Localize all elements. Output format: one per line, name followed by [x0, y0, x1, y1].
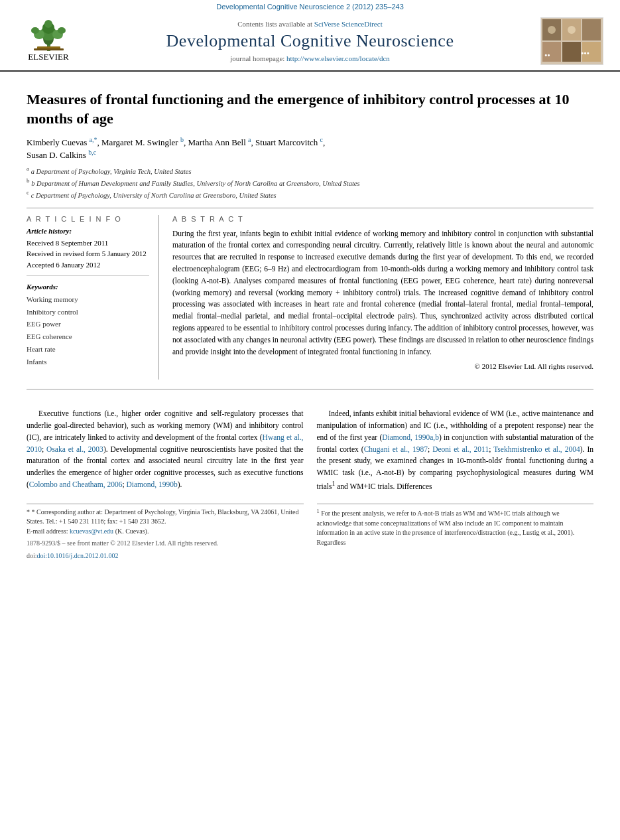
ref-tsekhmistrenko[interactable]: Tsekhmistrenko et al., 2004 — [493, 445, 580, 453]
article-info-label: A R T I C L E I N F O — [27, 215, 149, 223]
journal-title: Developmental Cognitive Neuroscience — [85, 31, 535, 51]
divider-1 — [27, 208, 593, 208]
body-section: Executive functions (i.e., higher order … — [0, 408, 620, 498]
svg-point-8 — [58, 27, 66, 34]
svg-rect-10 — [34, 48, 64, 50]
keyword-working-memory: Working memory — [27, 293, 149, 306]
journal-header: ELSEVIER Contents lists available at Sci… — [0, 12, 620, 72]
affil-b: b Department of Human Development and Fa… — [31, 180, 359, 187]
svg-point-4 — [44, 20, 52, 28]
ref-osaka[interactable]: Osaka et al., 2003 — [46, 445, 103, 453]
abstract-column: A B S T R A C T During the first year, i… — [172, 215, 593, 380]
ref-chugani[interactable]: Chugani et al., 1987 — [364, 445, 428, 453]
keyword-heart-rate: Heart rate — [27, 343, 149, 356]
footnote-email-label: E-mail address: — [27, 527, 68, 535]
homepage-line: journal homepage: http://www.elsevier.co… — [85, 54, 535, 62]
journal-center-info: Contents lists available at SciVerse Sci… — [85, 20, 535, 62]
svg-text:●●: ●● — [544, 52, 550, 57]
footnotes-area: * * Corresponding author at: Department … — [0, 498, 620, 561]
ref-diamond1990ab[interactable]: Diamond, 1990a,b — [382, 433, 439, 441]
elsevier-logo-area: ELSEVIER — [12, 20, 85, 62]
keyword-infants: Infants — [27, 356, 149, 368]
footnote-corresponding-text: * Corresponding author at: Department of… — [27, 508, 299, 525]
ref-diamond1990b[interactable]: Diamond, 1990b — [126, 480, 177, 488]
svg-point-19 — [568, 26, 576, 34]
keywords-list: Working memory Inhibitory control EEG po… — [27, 293, 149, 368]
affil-a: a Department of Psychology, Virginia Tec… — [31, 167, 192, 175]
footnote-col-right: 1 For the present analysis, we refer to … — [317, 504, 594, 561]
ref-deoni[interactable]: Deoni et al., 2011 — [432, 445, 489, 453]
svg-point-7 — [31, 27, 39, 34]
journal-cover-image: ●●● ●● — [540, 17, 603, 65]
svg-point-18 — [548, 26, 556, 34]
history-heading: Article history: — [27, 227, 149, 235]
body-column-1: Executive functions (i.e., higher order … — [27, 408, 304, 498]
footnote-email-line: E-mail address: kcuevas@vt.edu (K. Cueva… — [27, 527, 304, 537]
footnote-1-number: 1 — [317, 508, 320, 514]
affil-c: c Department of Psychology, University o… — [31, 192, 277, 199]
svg-rect-16 — [562, 42, 581, 62]
doi-line: doi:doi:10.1016/j.dcn.2012.01.002 — [27, 551, 304, 561]
received-revised-date: Received in revised form 5 January 2012 — [27, 248, 149, 259]
body-paragraph-2: Indeed, infants exhibit initial behavior… — [317, 408, 594, 493]
footnote-1-text: 1 For the present analysis, we refer to … — [317, 508, 594, 547]
keywords-heading: Keywords: — [27, 283, 149, 291]
article-body: Measures of frontal functioning and the … — [0, 72, 620, 403]
article-info-abstract: A R T I C L E I N F O Article history: R… — [27, 215, 593, 380]
homepage-label: journal homepage: — [230, 54, 284, 62]
footnote-star-symbol: * — [27, 508, 30, 516]
keyword-eeg-power: EEG power — [27, 318, 149, 330]
abstract-text: During the first year, infants begin to … — [172, 228, 593, 358]
contents-text: Contents lists available at — [237, 20, 312, 28]
article-history-block: Article history: Received 8 September 20… — [27, 227, 149, 277]
ref-colombo[interactable]: Colombo and Cheatham, 2006 — [29, 480, 123, 488]
footnote-email-link[interactable]: kcuevas@vt.edu — [70, 527, 113, 535]
keywords-block: Keywords: Working memory Inhibitory cont… — [27, 283, 149, 373]
body-paragraph-1: Executive functions (i.e., higher order … — [27, 408, 304, 491]
contents-line: Contents lists available at SciVerse Sci… — [85, 20, 535, 28]
homepage-url[interactable]: http://www.elsevier.com/locate/dcn — [286, 54, 390, 62]
affiliations: a a Department of Psychology, Virginia T… — [27, 165, 593, 201]
divider-2 — [27, 389, 593, 389]
footnote-1-content: For the present analysis, we refer to A-… — [317, 510, 575, 546]
svg-text:●●●: ●●● — [581, 50, 589, 55]
copyright-line: © 2012 Elsevier Ltd. All rights reserved… — [172, 362, 593, 370]
authors-line: Kimberly Cuevas a,*, Margaret M. Swingle… — [27, 136, 593, 161]
keyword-inhibitory-control: Inhibitory control — [27, 306, 149, 318]
footnote-email-paren: (K. Cuevas). — [115, 527, 149, 535]
footnote-star-text: * * Corresponding author at: Department … — [27, 508, 304, 527]
journal-image-area: ●●● ●● — [535, 17, 608, 65]
accepted-date: Accepted 6 January 2012 — [27, 259, 149, 271]
svg-rect-14 — [582, 19, 601, 40]
doi-link[interactable]: doi:10.1016/j.dcn.2012.01.002 — [37, 552, 119, 559]
body-column-2: Indeed, infants exhibit initial behavior… — [317, 408, 594, 498]
svg-rect-15 — [542, 42, 561, 62]
article-info-column: A R T I C L E I N F O Article history: R… — [27, 215, 159, 380]
journal-citation: Developmental Cognitive Neuroscience 2 (… — [0, 0, 620, 12]
article-title: Measures of frontal functioning and the … — [27, 90, 593, 128]
keyword-eeg-coherence: EEG coherence — [27, 330, 149, 343]
sciverse-link[interactable]: SciVerse ScienceDirect — [314, 20, 383, 28]
abstract-label: A B S T R A C T — [172, 215, 593, 223]
footnote-col-left: * * Corresponding author at: Department … — [27, 504, 304, 561]
elsevier-tree-icon — [21, 20, 77, 52]
elsevier-wordmark: ELSEVIER — [28, 52, 68, 62]
issn-line: 1878-9293/$ – see front matter © 2012 El… — [27, 539, 304, 549]
received-date: Received 8 September 2011 — [27, 238, 149, 249]
